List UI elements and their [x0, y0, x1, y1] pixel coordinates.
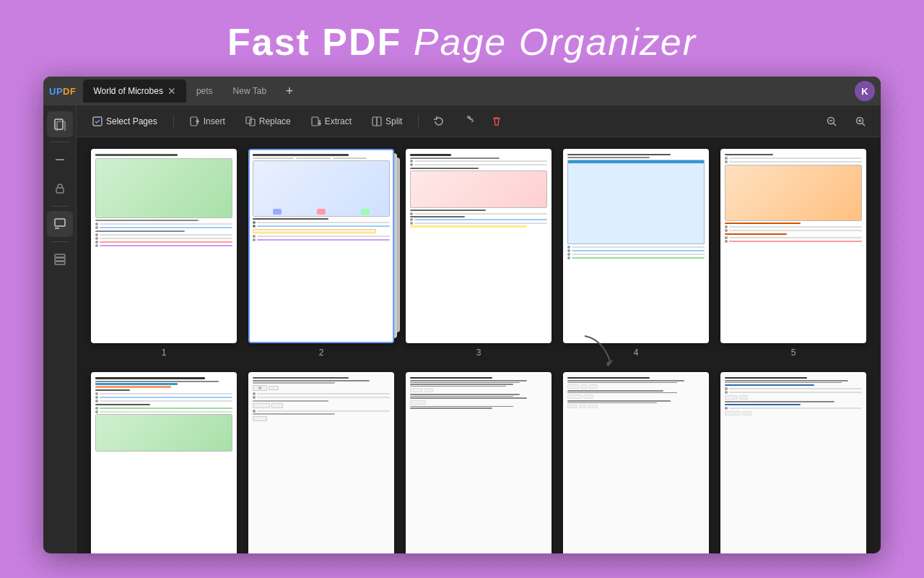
new-tab-button[interactable]: +: [279, 81, 300, 101]
rotate-right-button[interactable]: [456, 110, 479, 133]
extract-label: Extract: [325, 116, 352, 126]
tab-new[interactable]: New Tab: [223, 79, 276, 103]
split-label: Split: [385, 116, 402, 126]
page-thumb-8[interactable]: [406, 372, 552, 553]
svg-rect-0: [55, 119, 63, 129]
sidebar-divider-3: [51, 241, 69, 242]
content-area: Select Pages Insert Replace Extract: [43, 105, 881, 553]
page-thumb-1[interactable]: [91, 149, 237, 343]
tab-pets[interactable]: pets: [186, 79, 223, 103]
page-thumb-7[interactable]: f(x): [248, 372, 394, 553]
page-item-8[interactable]: 8: [406, 372, 552, 553]
svg-line-21: [834, 123, 837, 126]
header-title-bold: Fast PDF: [227, 21, 401, 63]
extract-button[interactable]: Extract: [304, 113, 359, 130]
svg-rect-4: [55, 219, 65, 226]
page-item-1[interactable]: 1: [91, 149, 237, 358]
svg-rect-15: [312, 117, 318, 126]
split-button[interactable]: Split: [365, 113, 409, 130]
page-number-5: 5: [791, 348, 796, 358]
page-thumb-3[interactable]: [406, 149, 552, 343]
tab-bar: UPDF World of Microbes ✕ pets New Tab + …: [43, 77, 881, 105]
page-item-6[interactable]: 6: [91, 372, 237, 553]
curved-arrow: [578, 332, 621, 368]
tab-label-2: pets: [196, 86, 213, 96]
sidebar-icon-security[interactable]: [47, 176, 73, 202]
sidebar-icon-pages[interactable]: [47, 111, 73, 137]
sidebar-divider-2: [51, 206, 69, 207]
insert-label: Insert: [204, 116, 225, 126]
replace-button[interactable]: Replace: [238, 113, 298, 130]
tab-label-3: New Tab: [233, 86, 266, 96]
select-pages-label: Select Pages: [106, 116, 157, 126]
sidebar: [43, 105, 77, 553]
zoom-in-button[interactable]: [849, 110, 872, 133]
pages-grid: 1 ▶: [77, 137, 881, 553]
page-thumb-4[interactable]: [563, 149, 709, 343]
page-item-7[interactable]: f(x): [248, 372, 394, 553]
logo-orange: DF: [63, 86, 76, 97]
tab-world-of-microbes[interactable]: World of Microbes ✕: [83, 79, 186, 103]
page-thumb-9[interactable]: [563, 372, 709, 553]
page-item-2[interactable]: ▶: [248, 149, 394, 358]
page-item-5[interactable]: 5: [720, 149, 866, 358]
page-header: Fast PDF Page Organizer: [0, 0, 924, 77]
header-title-script: Page Organizer: [414, 21, 697, 63]
toolbar-sep-1: [173, 114, 174, 129]
updf-logo: UPDF: [49, 86, 76, 97]
tab-label-1: World of Microbes: [93, 86, 162, 96]
sidebar-icon-zoom[interactable]: [47, 147, 73, 173]
sidebar-divider-1: [51, 142, 69, 142]
replace-label: Replace: [259, 116, 291, 126]
page-thumb-10[interactable]: [720, 372, 866, 553]
toolbar: Select Pages Insert Replace Extract: [77, 105, 881, 137]
svg-rect-6: [55, 254, 65, 257]
page-item-10[interactable]: 10: [720, 372, 866, 553]
page-number-1: 1: [162, 348, 167, 358]
logo-blue: UP: [49, 86, 63, 97]
svg-rect-7: [55, 258, 65, 261]
page-number-2: 2: [319, 348, 324, 358]
page-item-9[interactable]: 9: [563, 372, 709, 553]
tab-close-1[interactable]: ✕: [167, 86, 176, 96]
page-item-3[interactable]: 3: [406, 149, 552, 358]
svg-rect-13: [246, 117, 251, 124]
page-thumb-5[interactable]: [720, 149, 866, 343]
zoom-out-button[interactable]: [820, 110, 843, 133]
page-number-3: 3: [476, 348, 481, 358]
page-item-4[interactable]: 4: [563, 149, 709, 358]
page-2-front[interactable]: ▶: [248, 149, 394, 343]
delete-button[interactable]: [485, 110, 508, 133]
toolbar-sep-2: [418, 114, 419, 129]
insert-button[interactable]: Insert: [183, 113, 232, 130]
page-2-wrapper: ▶: [248, 149, 394, 343]
sidebar-icon-edit[interactable]: [47, 211, 73, 237]
rotate-left-button[interactable]: [427, 110, 450, 133]
page-thumb-6[interactable]: [91, 372, 237, 553]
main-content: Select Pages Insert Replace Extract: [77, 105, 881, 553]
sidebar-icon-layers[interactable]: [47, 246, 73, 272]
app-window: UPDF World of Microbes ✕ pets New Tab + …: [43, 77, 881, 553]
svg-rect-14: [250, 119, 255, 126]
svg-line-24: [863, 123, 866, 126]
page-number-4: 4: [634, 348, 639, 358]
svg-rect-3: [56, 188, 64, 193]
svg-rect-8: [55, 262, 65, 264]
avatar[interactable]: K: [855, 81, 875, 101]
select-pages-button[interactable]: Select Pages: [85, 113, 165, 130]
